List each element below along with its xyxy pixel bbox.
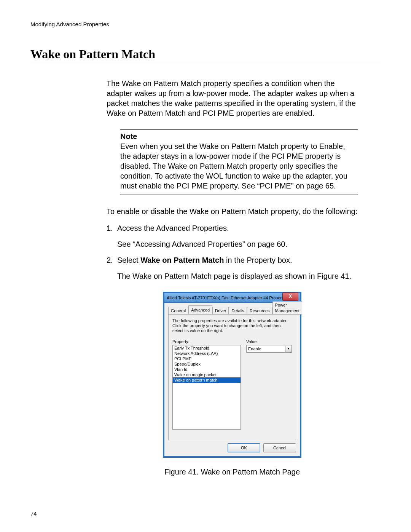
document-page: Modifying Advanced Properties Wake on Pa… (0, 0, 411, 532)
chevron-down-icon[interactable]: ▾ (285, 346, 292, 352)
content-column: The Wake on Pattern Match property speci… (107, 78, 358, 477)
tab-resources[interactable]: Resources (247, 307, 272, 315)
rule (120, 129, 358, 130)
value-text: Enable (247, 346, 285, 351)
property-listbox[interactable]: Early Tx Threshold Network Address (LAA)… (172, 345, 241, 430)
close-icon: X (289, 294, 292, 300)
note-box: Note Even when you set the Wake on Patte… (120, 129, 358, 195)
value-column: Value: Enable ▾ (246, 339, 292, 430)
tab-details[interactable]: Details (229, 307, 247, 315)
intro-paragraph: The Wake on Pattern Match property speci… (107, 78, 358, 118)
value-combobox[interactable]: Enable ▾ (246, 345, 292, 353)
tab-power-management[interactable]: Power Management (272, 301, 302, 315)
tab-advanced[interactable]: Advanced (188, 305, 212, 314)
step-1-sub: See “Accessing Advanced Properties” on p… (117, 239, 358, 249)
list-item[interactable]: Network Address (LAA) (173, 351, 241, 356)
panel-intro-text: The following properties are available f… (172, 318, 292, 334)
value-label: Value: (246, 339, 292, 344)
close-button[interactable]: X (282, 292, 298, 301)
step-2-post: in the Property box. (224, 256, 292, 264)
step-number: 1. (107, 223, 117, 233)
dialog-body: General Advanced Driver Details Resource… (164, 303, 300, 456)
step-1: 1. Access the Advanced Properties. (107, 223, 358, 233)
note-heading: Note (120, 131, 358, 141)
list-item[interactable]: Speed/Duplex (173, 361, 241, 367)
advanced-panel: The following properties are available f… (168, 315, 296, 440)
tab-general[interactable]: General (168, 307, 188, 315)
note-text: Even when you set the Wake on Pattern Ma… (120, 141, 358, 191)
ok-button[interactable]: OK (228, 443, 260, 452)
tab-strip: General Advanced Driver Details Resource… (168, 306, 296, 315)
property-column: Property: Early Tx Threshold Network Add… (172, 339, 241, 430)
step-2-sub: The Wake on Pattern Match page is displa… (117, 271, 358, 281)
list-item[interactable]: Wake on magic packet (173, 372, 241, 377)
running-header: Modifying Advanced Properties (30, 21, 381, 27)
page-number: 74 (30, 510, 37, 517)
list-item[interactable]: PCI PME (173, 356, 241, 361)
step-body: Select Wake on Pattern Match in the Prop… (117, 255, 358, 265)
dialog-button-row: OK Cancel (168, 443, 296, 452)
step-body: Access the Advanced Properties. (117, 223, 358, 233)
cancel-button[interactable]: Cancel (263, 443, 296, 452)
rule (120, 195, 358, 195)
figure-caption: Figure 41. Wake on Pattern Match Page (107, 467, 358, 477)
step-2-bold: Wake on Pattern Match (140, 256, 224, 264)
property-row: Property: Early Tx Threshold Network Add… (172, 339, 292, 430)
properties-dialog: Allied Telesis AT-2701FTX(a) Fast Ethern… (163, 292, 301, 458)
list-item-selected[interactable]: Wake on pattern match (173, 377, 241, 383)
step-2-pre: Select (117, 256, 140, 264)
step-2: 2. Select Wake on Pattern Match in the P… (107, 255, 358, 265)
tab-driver[interactable]: Driver (212, 307, 229, 315)
property-label: Property: (172, 339, 241, 344)
section-title: Wake on Pattern Match (30, 47, 381, 63)
lead-in-paragraph: To enable or disable the Wake on Pattern… (107, 206, 358, 216)
list-item[interactable]: Vlan Id (173, 367, 241, 372)
list-item[interactable]: Early Tx Threshold (173, 345, 241, 351)
dialog-title: Allied Telesis AT-2701FTX(a) Fast Ethern… (167, 295, 288, 300)
dialog-wrapper: Allied Telesis AT-2701FTX(a) Fast Ethern… (107, 292, 358, 458)
step-number: 2. (107, 255, 117, 265)
